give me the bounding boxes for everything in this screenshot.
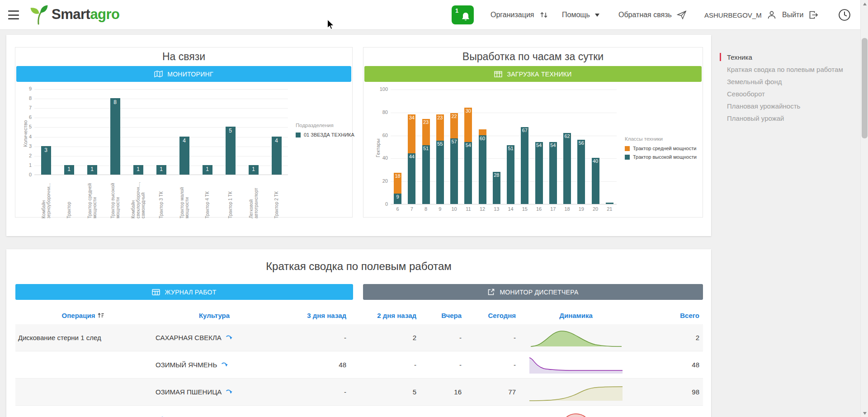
bar-slot: 28 [490,172,504,204]
column-header-2-days-ago[interactable]: 2 дня назад [350,312,420,319]
table-row[interactable]: ОЗИМЫЙ ЯЧМЕНЬ48---48 [15,351,703,379]
bar-value-label: 4 [272,137,282,144]
culture-link-icon[interactable] [226,335,233,341]
bar-value-label: 3 [41,147,51,153]
stacked-bar[interactable]: 60 [479,129,486,204]
paper-plane-icon [677,10,687,20]
stacked-bar[interactable]: 51 [507,145,514,204]
value-cell: 77 [465,388,519,396]
table-row[interactable]: Дискование стерни 1 следСАХАРНАЯ СВЕКЛА-… [15,324,703,351]
sidebar-item[interactable]: Краткая сводка по полевым работам [720,63,863,76]
stacked-bar[interactable]: 54 [535,142,543,204]
stacked-bar[interactable]: 2351 [422,119,430,204]
logo[interactable]: Smartagro [29,4,120,25]
segment-value-label: 51 [420,146,432,151]
work-journal-button[interactable]: ЖУРНАЛ РАБОТ [15,284,353,300]
column-header-culture[interactable]: Культура [151,312,278,319]
table-row[interactable]: ОЗИМАЯ ПШЕНИЦА-5167798 [15,379,703,406]
bar[interactable]: 1 [87,165,97,175]
bar-slot: 62 [560,133,574,204]
bar-slot: 1 [127,165,150,175]
monitoring-button[interactable]: МОНИТОРИНГ [16,66,351,82]
user-menu[interactable]: ASHURBEGOV_M [704,0,777,30]
segment-value-label: 62 [561,133,573,139]
bar[interactable]: 8 [110,98,120,175]
y-axis-tick: 40 [374,155,388,161]
bar-slot: 1 [242,165,265,175]
plot-area: 012345678931181141514 [34,89,288,175]
bar[interactable]: 1 [64,165,74,175]
sidebar-item[interactable]: Севооборот [720,88,863,100]
dispatcher-monitor-button[interactable]: МОНИТОР ДИСПЕТЧЕРА [363,284,703,300]
sidebar-item[interactable]: Техника [720,51,863,63]
stacked-bar[interactable]: 2257 [450,113,458,204]
value-cell: - [465,361,519,369]
notifications-button[interactable]: 1 [452,5,474,24]
username-label: ASHURBEGOV_M [704,11,762,19]
bar-slot: 8 [104,98,127,175]
bar[interactable]: 5 [226,127,236,175]
charts-panel: На связи МОНИТОРИНГ Количество 012345678… [6,35,711,236]
machinery-load-button[interactable]: ЗАГРУЗКА ТЕХНИКИ [364,66,702,82]
bar[interactable]: 1 [156,165,166,175]
culture-link-icon[interactable] [226,389,233,395]
segment-value-label: 54 [462,142,474,148]
stacked-bar[interactable]: 2355 [436,114,444,204]
segment-value-label: 56 [575,140,587,146]
culture-label: ОЗИМЫЙ ЯЧМЕНЬ [156,361,217,369]
stacked-bar[interactable]: 3054 [464,108,472,204]
logout-button[interactable]: Выйти [782,0,818,30]
segment-value-label: 67 [519,128,531,133]
help-menu[interactable]: Помощь [562,0,599,30]
bar[interactable]: 1 [133,165,143,175]
scrollbar-down-arrow[interactable] [861,409,868,417]
culture-link-icon[interactable] [221,362,229,368]
legend-item: Трактор средней мощности [625,146,697,151]
column-header-total[interactable]: Всего [632,312,703,319]
column-header-operation[interactable]: Операция [15,312,151,319]
stacked-bar[interactable]: 62 [563,133,571,204]
stacked-bar[interactable]: 28 [493,172,500,204]
value-cell: - [278,388,350,396]
culture-cell: САХАРНАЯ СВЕКЛА [151,334,278,341]
segment-value-label: 54 [547,142,559,148]
stacked-bar[interactable]: 40 [592,158,599,204]
x-tick-label: 20 [589,206,603,213]
stacked-bar[interactable]: 189 [394,173,401,204]
clock-icon [838,9,851,21]
page-scrollbar[interactable] [860,0,868,417]
sidebar-item[interactable]: Земельный фонд [720,76,863,88]
scrollbar-up-arrow[interactable] [861,0,868,8]
bar[interactable]: 1 [249,165,259,175]
column-header-yesterday[interactable]: Вчера [420,312,465,319]
bar-slot: 3444 [405,114,419,204]
sidebar-item[interactable]: Плановый урожай [720,112,863,124]
x-tick-label: 15 [518,206,532,213]
stacked-bar[interactable] [606,203,613,204]
plot-area: 0204060801001893444235123552257305460285… [391,90,617,204]
menu-icon[interactable] [8,10,19,19]
bar[interactable]: 4 [272,137,282,175]
organization-menu[interactable]: Организация [491,0,548,30]
sidebar-item[interactable]: Плановая урожайность [720,100,863,112]
bar[interactable]: 3 [41,146,51,175]
stacked-bar[interactable]: 54 [549,142,557,204]
table-icon [152,289,160,295]
segment-medium-power: 34 [408,114,415,153]
column-header-today[interactable]: Сегодня [465,312,519,319]
column-header-dynamics[interactable]: Динамика [519,312,632,319]
feedback-link[interactable]: Обратная связь [618,0,687,30]
bell-icon [460,11,471,22]
sort-ascending-icon[interactable] [97,312,104,318]
scrollbar-thumb[interactable] [862,38,868,138]
column-header-3-days-ago[interactable]: 3 дня назад [278,312,350,319]
bar-slot: 1 [80,165,104,175]
stacked-bar[interactable]: 67 [521,127,528,204]
stacked-bar[interactable]: 3444 [408,114,415,204]
x-axis-labels: 6789101112131415161718192021 [391,206,617,213]
table-row[interactable] [15,406,703,417]
stacked-bar[interactable]: 56 [577,140,585,204]
bar[interactable]: 4 [179,137,189,175]
clock-button[interactable] [838,9,851,23]
bar[interactable]: 1 [203,165,212,175]
